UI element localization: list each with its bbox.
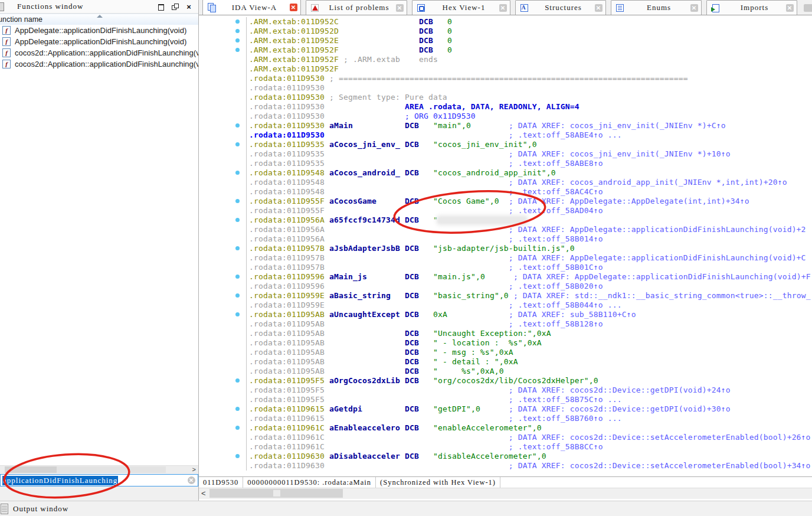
tab-hex-view-1[interactable]: Hex View-1✕ — [412, 0, 510, 15]
sort-arrow-icon — [97, 15, 103, 18]
line-gutter — [199, 395, 247, 404]
line-marker-dot — [235, 29, 240, 33]
code-line[interactable]: .ARM.extab:011D952C DCB 0 — [199, 17, 812, 27]
line-gutter — [199, 45, 247, 55]
code-line[interactable]: .rodata:011D9535 ; DATA XREF: cocos_jni_… — [199, 149, 812, 159]
line-gutter — [199, 225, 247, 234]
code-line[interactable]: .rodata:011D9615 aGetdpi DCB "getDPI",0 … — [199, 404, 812, 414]
tab-problems[interactable]: List of problems✕ — [306, 0, 407, 15]
code-line[interactable]: .rodata:011D95AB aUncaughtExcept DCB 0xA… — [199, 310, 812, 319]
line-gutter — [199, 404, 247, 414]
code-line[interactable]: .rodata:011D9530 ; Segment type: Pure da… — [199, 93, 812, 102]
scrollbar-thumb[interactable] — [209, 489, 343, 498]
code-line[interactable]: .rodata:011D9615 ; .text:off_58B760↑o ..… — [199, 414, 812, 423]
code-line[interactable]: .rodata:011D95F5 ; .text:off_58B75C↑o ..… — [199, 395, 812, 404]
filter-text-selected: applicationDidFinishLaunching — [2, 476, 118, 485]
function-list-item[interactable]: fcocos2d::Application::applicationDidFin… — [0, 58, 198, 70]
function-list-item[interactable]: fAppDelegate::applicationDidFinishLaunch… — [0, 36, 198, 47]
tab-close-button[interactable]: ✕ — [595, 4, 603, 12]
line-marker-dot — [235, 275, 240, 279]
code-line[interactable]: .rodata:011D95AB ; .text:off_58B128↑o — [199, 319, 812, 329]
line-gutter — [199, 102, 247, 112]
code-line[interactable]: .rodata:011D95AB DCB " - detail : ",0xA — [199, 357, 812, 367]
code-line[interactable]: .rodata:011D959E ; .text:off_58B044↑o ..… — [199, 301, 812, 310]
scroll-left-arrow[interactable]: < — [201, 488, 206, 498]
code-line[interactable]: .rodata:011D957B ; DATA XREF: AppDelegat… — [199, 253, 812, 263]
functions-horizontal-scrollbar[interactable]: > — [0, 465, 198, 473]
code-line[interactable]: .rodata:011D9548 ; DATA XREF: cocos_andr… — [199, 178, 812, 187]
code-line[interactable]: .ARM.extab:011D952F DCB 0 — [199, 45, 812, 55]
code-line[interactable]: .rodata:011D957B aJsbAdapterJsbB DCB "js… — [199, 244, 812, 253]
code-line[interactable]: .rodata:011D95F5 ; DATA XREF: cocos2d::D… — [199, 386, 812, 395]
code-line[interactable]: .rodata:011D9548 ; .text:off_58AC4C↑o — [199, 187, 812, 197]
code-line[interactable]: .rodata:011D9530 ; =====================… — [199, 74, 812, 83]
code-line[interactable]: .rodata:011D95AB DCB "Uncaught Exception… — [199, 329, 812, 338]
code-line[interactable]: .rodata:011D9530 ; .text:off_58ABE4↑o ..… — [199, 130, 812, 140]
code-line[interactable]: .rodata:011D9535 aCocos_jni_env_ DCB "co… — [199, 140, 812, 149]
code-line[interactable]: .rodata:011D955F ; .text:off_58AD04↑o — [199, 206, 812, 215]
tab-structures[interactable]: Structures✕ — [515, 0, 606, 15]
code-line[interactable]: .rodata:011D9548 aCocos_android_ DCB "co… — [199, 168, 812, 178]
code-line[interactable]: .rodata:011D957B ; .text:off_58B01C↑o — [199, 263, 812, 272]
tab-close-button[interactable]: ✕ — [786, 4, 794, 12]
code-line[interactable]: .rodata:011D95AB DCB " - msg : %s",0xA — [199, 348, 812, 357]
code-line[interactable]: .rodata:011D9535 ; .text:off_58ABE8↑o — [199, 159, 812, 168]
tab-enums[interactable]: Enums✕ — [611, 0, 702, 15]
close-button[interactable]: × — [186, 4, 192, 10]
line-gutter — [199, 310, 247, 319]
code-line[interactable]: .rodata:011D95F5 aOrgCocos2dxLib DCB "or… — [199, 376, 812, 386]
code-line[interactable]: .rodata:011D956A a65fccf9c14734d DCB " — [199, 215, 812, 225]
functions-window-titlebar[interactable]: Functions window × — [0, 0, 198, 14]
code-line[interactable]: .rodata:011D9630 ; DATA XREF: cocos2d::D… — [199, 461, 812, 471]
ida-view-a-listing[interactable]: .ARM.extab:011D952C DCB 0.ARM.extab:011D… — [199, 15, 812, 478]
function-filter-input[interactable]: applicationDidFinishLaunching ✕ — [0, 474, 198, 486]
code-line[interactable]: .rodata:011D95AB DCB " %s",0xA,0 — [199, 367, 812, 376]
code-line[interactable]: .rodata:011D9530 — [199, 83, 812, 93]
disassembly-area: IDA View-A✕List of problems✕Hex View-1✕S… — [199, 0, 812, 501]
code-line[interactable]: .rodata:011D956A ; .text:off_58B014↑o — [199, 234, 812, 244]
line-gutter — [199, 36, 247, 45]
code-line[interactable]: .rodata:011D956A ; DATA XREF: AppDelegat… — [199, 225, 812, 234]
code-line[interactable]: .rodata:011D961C ; .text:off_58B8CC↑o — [199, 442, 812, 452]
line-gutter — [199, 159, 247, 168]
function-list-item[interactable]: fcocos2d::Application::applicationDidFin… — [0, 47, 198, 58]
tab-close-button[interactable]: ✕ — [396, 4, 404, 12]
code-line[interactable]: .rodata:011D9530 ; ORG 0x11D9530 — [199, 112, 812, 121]
tab-imports[interactable]: Imports✕ — [706, 0, 797, 15]
float-window-button[interactable] — [172, 4, 178, 10]
maximize-button[interactable] — [158, 4, 164, 10]
tab-close-button[interactable]: ✕ — [499, 4, 507, 12]
code-line[interactable]: .rodata:011D959E aBasic_string DCB "basi… — [199, 291, 812, 301]
code-line[interactable]: .rodata:011D961C ; DATA XREF: cocos2d::D… — [199, 433, 812, 442]
code-line[interactable]: .rodata:011D961C aEnableaccelero DCB "en… — [199, 423, 812, 433]
tab-close-button-partial[interactable] — [804, 4, 812, 12]
function-list-item[interactable]: fAppDelegate::applicationDidFinishLaunch… — [0, 25, 198, 36]
tab-close-button[interactable]: ✕ — [690, 4, 698, 12]
scrollbar-thumb[interactable] — [5, 466, 57, 473]
line-gutter — [199, 329, 247, 338]
tab-close-button[interactable]: ✕ — [290, 4, 297, 11]
code-line[interactable]: .rodata:011D9530 AREA .rodata, DATA, REA… — [199, 102, 812, 112]
function-name-column-header[interactable]: unction name — [0, 14, 198, 25]
code-line[interactable]: .rodata:011D9530 aMain DCB "main",0 ; DA… — [199, 121, 812, 130]
ida-view-a-icon — [207, 3, 216, 12]
code-line[interactable]: .rodata:011D9630 aDisableacceler DCB "di… — [199, 452, 812, 461]
code-line[interactable]: .rodata:011D95AB DCB " - location : %s",… — [199, 338, 812, 348]
function-list: fAppDelegate::applicationDidFinishLaunch… — [0, 25, 198, 465]
scroll-right-arrow[interactable]: > — [192, 466, 196, 473]
code-line[interactable]: .ARM.extab:011D952F ; .ARM.extab ends — [199, 55, 812, 64]
code-line[interactable]: .ARM.extab:011D952F — [199, 64, 812, 74]
code-line[interactable]: .rodata:011D955F aCocosGame DCB "Cocos G… — [199, 197, 812, 206]
code-line[interactable]: .ARM.extab:011D952D DCB 0 — [199, 27, 812, 36]
code-line[interactable]: .rodata:011D9596 aMain_js DCB "main.js",… — [199, 272, 812, 282]
function-name: cocos2d::Application::applicationDidFini… — [15, 48, 198, 57]
line-gutter — [199, 93, 247, 102]
line-gutter — [199, 263, 247, 272]
tab-ida-view-a[interactable]: IDA View-A✕ — [202, 0, 301, 15]
line-gutter — [199, 442, 247, 452]
output-window-bar[interactable]: Output window — [0, 501, 812, 516]
listing-horizontal-scrollbar[interactable]: < — [199, 488, 812, 499]
clear-filter-icon[interactable]: ✕ — [188, 476, 195, 484]
code-line[interactable]: .rodata:011D9596 ; .text:off_58B020↑o — [199, 282, 812, 291]
code-line[interactable]: .ARM.extab:011D952E DCB 0 — [199, 36, 812, 45]
